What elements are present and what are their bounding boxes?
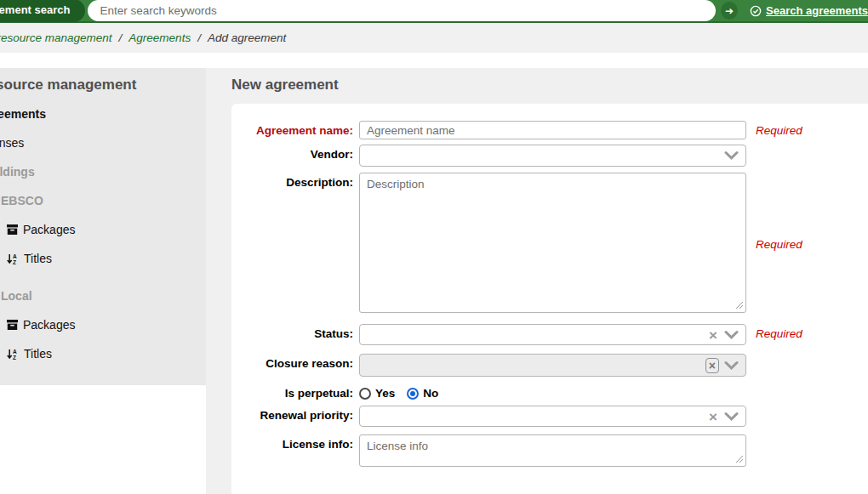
svg-text:Z: Z [13,259,16,264]
form-row-closure-reason: Closure reason: × [231,354,868,377]
status-label: Status: [231,324,359,340]
renewal-priority-label: Renewal priority: [231,406,359,422]
top-search-bar: Agreement search ➜ Search agreements [0,0,868,23]
archive-box-icon [7,320,18,330]
chevron-down-icon[interactable] [724,412,739,421]
check-circle-icon [750,5,762,17]
clear-icon[interactable]: × [709,409,717,423]
search-input[interactable] [88,0,715,21]
breadcrumb-separator: / [119,31,123,44]
sidebar-subsection-ebsco: EBSCO [0,186,206,215]
license-info-label: License info: [231,434,359,451]
sort-alpha-down-icon: AZ [7,349,19,360]
svg-text:Z: Z [13,355,16,360]
search-submit-button[interactable]: ➜ [721,2,738,20]
sidebar-item-ebsco-packages[interactable]: Packages [0,215,206,244]
sidebar-item-agreements[interactable]: Agreements [0,99,206,128]
sidebar: E-resource management Agreements License… [0,68,206,385]
description-label: Description: [231,173,359,189]
form-row-is-perpetual: Is perpetual: Yes No [231,385,868,400]
radio-checked-icon[interactable] [407,388,419,400]
sidebar-section-eholdings: eHoldings [0,157,206,186]
spacer [0,53,868,68]
vendor-label: Vendor: [231,145,359,161]
closure-reason-select: × [359,354,746,377]
sidebar-title: E-resource management [0,77,206,94]
form-row-description: Description: Required [231,173,868,316]
new-agreement-form: Agreement name: Required Vendor: [231,104,868,494]
description-textarea[interactable] [359,173,746,313]
radio-option-yes[interactable]: Yes [359,387,395,400]
sidebar-item-ebsco-titles[interactable]: AZ Titles [0,244,206,273]
search-agreements-link[interactable]: Search agreements [750,4,868,17]
is-perpetual-label: Is perpetual: [231,385,359,400]
status-select[interactable]: × [359,324,746,345]
required-note: Required [756,121,802,137]
breadcrumb-link-agreements[interactable]: Agreements [128,31,191,44]
chevron-down-icon[interactable] [724,151,739,161]
sidebar-nav: Agreements Licenses eHoldings EBSCO Pack… [0,99,206,368]
closure-reason-label: Closure reason: [231,354,359,370]
renewal-priority-select[interactable]: × [359,406,746,427]
sidebar-item-local-titles[interactable]: AZ Titles [0,339,206,368]
arrow-right-icon: ➜ [725,5,734,17]
agreement-name-label: Agreement name: [231,121,359,137]
svg-text:A: A [13,349,17,355]
sidebar-item-licenses[interactable]: Licenses [0,128,206,157]
content-area: E-resource management Agreements License… [0,68,868,494]
required-note: Required [756,324,802,340]
form-row-agreement-name: Agreement name: Required [231,121,868,139]
breadcrumb-current: Add agreement [208,31,286,44]
app-window: Agreement search ➜ Search agreements E-r… [0,0,868,494]
radio-unchecked-icon[interactable] [359,388,371,400]
main-area: New agreement Agreement name: Required V… [206,68,868,494]
archive-box-icon [7,224,18,235]
svg-text:A: A [13,253,17,259]
chevron-down-icon [724,361,739,370]
chevron-down-icon[interactable] [724,330,739,339]
form-row-vendor: Vendor: [231,145,868,167]
agreement-name-input[interactable] [359,121,746,139]
breadcrumb: E-resource management / Agreements / Add… [0,23,868,53]
vendor-select[interactable] [359,145,746,167]
sidebar-subsection-local: Local [0,281,206,310]
search-type-pill[interactable]: Agreement search [0,0,85,22]
breadcrumb-link-erm[interactable]: E-resource management [0,31,112,44]
sidebar-item-local-packages[interactable]: Packages [0,310,206,339]
radio-option-no[interactable]: No [407,387,438,400]
sort-alpha-down-icon: AZ [7,253,19,264]
page-title: New agreement [231,77,339,94]
breadcrumb-separator: / [197,31,201,44]
form-row-license-info: License info: [231,434,868,470]
license-info-textarea[interactable] [359,434,746,467]
clear-icon[interactable]: × [709,327,717,342]
form-row-status: Status: × Required [231,324,868,345]
form-row-renewal-priority: Renewal priority: × [231,406,868,427]
required-note: Required [756,238,802,251]
clear-icon: × [705,358,719,373]
